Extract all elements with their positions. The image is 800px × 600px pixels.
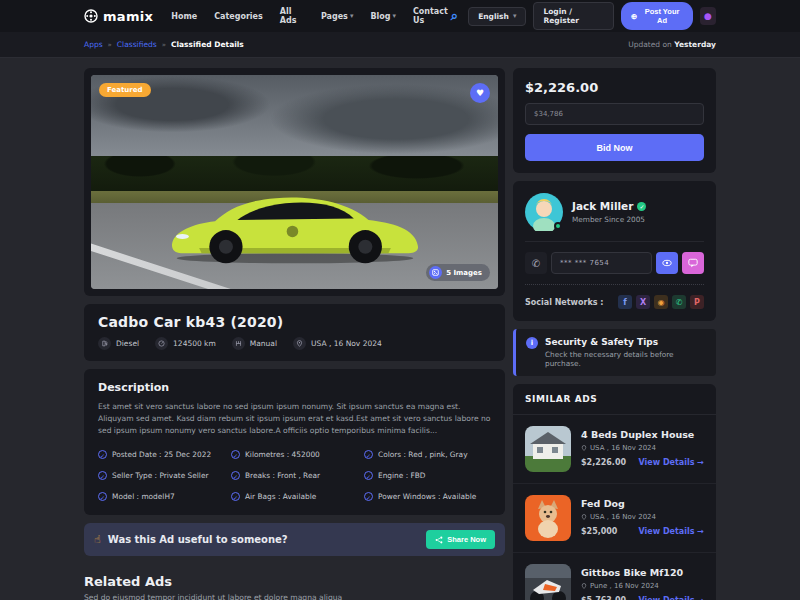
brand[interactable]: mamix [84, 9, 153, 24]
similar-ad-thumbnail-dog [525, 495, 571, 541]
similar-ad-item[interactable]: 4 Beds Duplex House USA , 16 Nov 2024 $2… [513, 415, 716, 484]
favorite-button[interactable]: ♥ [470, 83, 490, 103]
safety-tips: i Security & Safety Tips Check the neces… [513, 329, 716, 376]
spec-air-bags: ✓Air Bags : Available [231, 492, 358, 501]
nav-item-home[interactable]: Home [171, 12, 197, 21]
heart-icon: ♥ [476, 88, 484, 98]
view-details-link[interactable]: View Details → [639, 596, 704, 600]
mamix-logo-icon [84, 9, 98, 23]
page: mamix Home Categories All Ads Pages▾ Blo… [0, 0, 800, 600]
similar-ad-item[interactable]: Gittbos Bike Mf120 Pune , 16 Nov 2024 $5… [513, 553, 716, 600]
similar-ads-card: SIMILAR ADS 4 Beds Duplex House USA , 16… [513, 384, 716, 600]
check-icon: ✓ [364, 492, 373, 501]
nav-item-all-ads[interactable]: All Ads [280, 7, 304, 25]
check-icon: ✓ [364, 471, 373, 480]
language-label: English [478, 12, 509, 21]
similar-ad-title: Fed Dog [581, 498, 704, 509]
chat-button[interactable] [682, 252, 704, 274]
bid-now-button[interactable]: Bid Now [525, 134, 704, 161]
location-icon [581, 583, 587, 589]
speedometer-icon [155, 337, 168, 350]
view-details-link[interactable]: View Details → [639, 527, 704, 536]
divider [525, 241, 704, 242]
phone-row: ✆ *** *** 7654 [525, 252, 704, 274]
breadcrumb-separator: » [108, 41, 112, 49]
spec-kilometres: ✓Kilometres : 452000 [231, 450, 358, 459]
spec-power-windows: ✓Power Windows : Available [364, 492, 491, 501]
similar-ad-price: $25,000 [581, 527, 617, 536]
bid-amount-input[interactable] [525, 103, 704, 125]
share-now-button[interactable]: Share Now [426, 530, 495, 549]
listing-title: Cadbo Car kb43 (2020) [98, 314, 491, 330]
similar-ad-price: $5,763.00 [581, 596, 626, 600]
dotted-divider [525, 284, 704, 285]
image-count-button[interactable]: 5 Images [426, 264, 490, 281]
breadcrumb-bar: Apps » Classifieds » Classified Details … [0, 32, 800, 58]
breadcrumb-classifieds[interactable]: Classifieds [117, 40, 157, 49]
similar-ad-thumbnail-bike [525, 564, 571, 600]
chevron-down-icon: ▾ [392, 12, 396, 20]
listing-title-card: Cadbo Car kb43 (2020) Diesel 124500 km [84, 304, 505, 361]
safety-subtitle: Check the necessary details before purch… [545, 350, 706, 368]
similar-ad-price: $2,226.00 [581, 458, 626, 467]
share-banner: ☝ Was this Ad useful to someone? Share N… [84, 523, 505, 556]
pinterest-icon[interactable]: P [690, 295, 704, 309]
search-icon[interactable]: ⌕ [451, 8, 458, 24]
nav-item-contact-us[interactable]: Contact Us [413, 7, 451, 25]
check-icon: ✓ [98, 471, 107, 480]
listing-price: $2,226.00 [525, 80, 704, 95]
transmission-badge: Manual [232, 337, 277, 350]
whatsapp-icon[interactable]: ✆ [672, 295, 686, 309]
info-icon: i [526, 337, 538, 349]
description-body: Est amet sit vero sanctus labore no sed … [98, 401, 491, 436]
similar-ad-item[interactable]: Fed Dog USA , 16 Nov 2024 $25,000 View D… [513, 484, 716, 553]
spec-seller-type: ✓Seller Type : Private Seller [98, 471, 225, 480]
language-selector[interactable]: English ▾ [468, 7, 526, 26]
listing-meta: Diesel 124500 km Manual [98, 337, 491, 350]
login-register-button[interactable]: Login / Register [533, 2, 614, 30]
verified-icon: ✓ [637, 202, 646, 211]
spec-engine: ✓Engine : FBD [364, 471, 491, 480]
chevron-down-icon: ▾ [513, 12, 517, 20]
hand-icon: ☝ [94, 533, 101, 546]
spec-list: ✓Posted Date : 25 Dec 2022 ✓Kilometres :… [98, 450, 491, 501]
listing-image-card: Featured ♥ 5 Images [84, 68, 505, 296]
description-heading: Description [98, 381, 491, 394]
settings-button[interactable]: ● [700, 7, 716, 25]
social-networks-label: Social Networks : [525, 298, 604, 307]
view-details-link[interactable]: View Details → [639, 458, 704, 467]
share-icon [435, 536, 443, 544]
fuel-icon [98, 337, 111, 350]
location-icon [293, 337, 306, 350]
navbar: mamix Home Categories All Ads Pages▾ Blo… [0, 0, 800, 32]
similar-ad-title: Gittbos Bike Mf120 [581, 567, 704, 578]
settings-dot-icon: ● [704, 11, 712, 21]
listing-photo: Featured ♥ 5 Images [91, 75, 498, 289]
breadcrumb: Apps » Classifieds » Classified Details [84, 40, 244, 49]
seller-name: Jack Miller ✓ [572, 200, 646, 212]
online-status-dot [554, 222, 562, 230]
spec-colors: ✓Colors : Red , pink, Gray [364, 450, 491, 459]
chevron-down-icon: ▾ [350, 12, 354, 20]
brand-name: mamix [103, 9, 153, 24]
nav-item-pages[interactable]: Pages▾ [321, 12, 353, 21]
post-your-ad-button[interactable]: ⊕ Post Your Ad [621, 2, 693, 30]
gearshift-icon [232, 337, 245, 350]
eye-icon [662, 258, 672, 268]
plus-circle-icon: ⊕ [631, 12, 637, 21]
location-icon [581, 514, 587, 520]
breadcrumb-separator: » [162, 41, 166, 49]
instagram-icon[interactable]: ◉ [654, 295, 668, 309]
x-twitter-icon[interactable]: X [636, 295, 650, 309]
description-card: Description Est amet sit vero sanctus la… [84, 369, 505, 515]
check-icon: ✓ [98, 450, 107, 459]
spec-posted-date: ✓Posted Date : 25 Dec 2022 [98, 450, 225, 459]
similar-ad-location: USA , 16 Nov 2024 [581, 444, 704, 452]
facebook-icon[interactable]: f [618, 295, 632, 309]
bid-card: $2,226.00 Bid Now [513, 68, 716, 173]
nav-item-blog[interactable]: Blog▾ [370, 12, 396, 21]
similar-ad-title: 4 Beds Duplex House [581, 429, 704, 440]
reveal-phone-button[interactable] [656, 252, 678, 274]
nav-item-categories[interactable]: Categories [214, 12, 263, 21]
breadcrumb-apps[interactable]: Apps [84, 40, 103, 49]
